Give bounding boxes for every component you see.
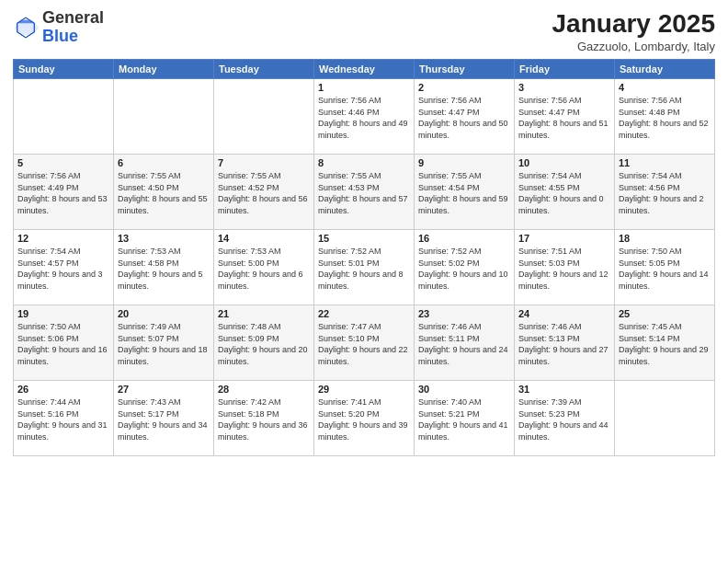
day-cell: 17Sunrise: 7:51 AM Sunset: 5:03 PM Dayli…	[515, 230, 615, 305]
day-number: 27	[118, 384, 210, 395]
day-number: 28	[218, 384, 310, 395]
location: Gazzuolo, Lombardy, Italy	[552, 40, 715, 53]
day-info: Sunrise: 7:50 AM Sunset: 5:05 PM Dayligh…	[619, 246, 711, 292]
day-info: Sunrise: 7:56 AM Sunset: 4:47 PM Dayligh…	[418, 95, 510, 141]
day-cell: 11Sunrise: 7:54 AM Sunset: 4:56 PM Dayli…	[615, 155, 715, 230]
week-row-1: 5Sunrise: 7:56 AM Sunset: 4:49 PM Daylig…	[14, 155, 715, 230]
day-info: Sunrise: 7:54 AM Sunset: 4:56 PM Dayligh…	[619, 170, 711, 216]
day-cell: 25Sunrise: 7:45 AM Sunset: 5:14 PM Dayli…	[615, 305, 715, 381]
day-number: 15	[318, 233, 410, 244]
day-cell: 24Sunrise: 7:46 AM Sunset: 5:13 PM Dayli…	[515, 305, 615, 381]
day-info: Sunrise: 7:55 AM Sunset: 4:54 PM Dayligh…	[418, 170, 510, 216]
day-number: 19	[17, 308, 109, 319]
day-number: 1	[318, 82, 410, 93]
day-info: Sunrise: 7:43 AM Sunset: 5:17 PM Dayligh…	[118, 396, 210, 442]
day-number: 23	[418, 308, 510, 319]
week-row-2: 12Sunrise: 7:54 AM Sunset: 4:57 PM Dayli…	[14, 230, 715, 305]
day-cell	[214, 79, 314, 155]
day-info: Sunrise: 7:44 AM Sunset: 5:16 PM Dayligh…	[17, 396, 109, 442]
day-info: Sunrise: 7:39 AM Sunset: 5:23 PM Dayligh…	[518, 396, 610, 442]
day-number: 14	[218, 233, 310, 244]
day-cell: 9Sunrise: 7:55 AM Sunset: 4:54 PM Daylig…	[415, 155, 515, 230]
logo: General Blue	[13, 9, 104, 46]
week-row-0: 1Sunrise: 7:56 AM Sunset: 4:46 PM Daylig…	[14, 79, 715, 155]
day-info: Sunrise: 7:55 AM Sunset: 4:53 PM Dayligh…	[318, 170, 410, 216]
day-number: 10	[518, 157, 610, 168]
day-info: Sunrise: 7:54 AM Sunset: 4:55 PM Dayligh…	[518, 170, 610, 216]
day-number: 6	[118, 157, 210, 168]
day-info: Sunrise: 7:54 AM Sunset: 4:57 PM Dayligh…	[17, 246, 109, 292]
day-cell: 2Sunrise: 7:56 AM Sunset: 4:47 PM Daylig…	[415, 79, 515, 155]
day-cell: 18Sunrise: 7:50 AM Sunset: 5:05 PM Dayli…	[615, 230, 715, 305]
day-cell: 19Sunrise: 7:50 AM Sunset: 5:06 PM Dayli…	[14, 305, 114, 381]
day-cell: 14Sunrise: 7:53 AM Sunset: 5:00 PM Dayli…	[214, 230, 314, 305]
day-info: Sunrise: 7:53 AM Sunset: 4:58 PM Dayligh…	[118, 246, 210, 292]
day-info: Sunrise: 7:56 AM Sunset: 4:49 PM Dayligh…	[17, 170, 109, 216]
day-cell: 12Sunrise: 7:54 AM Sunset: 4:57 PM Dayli…	[14, 230, 114, 305]
day-number: 31	[518, 384, 610, 395]
day-number: 26	[17, 384, 109, 395]
day-number: 29	[318, 384, 410, 395]
day-cell: 5Sunrise: 7:56 AM Sunset: 4:49 PM Daylig…	[14, 155, 114, 230]
day-info: Sunrise: 7:51 AM Sunset: 5:03 PM Dayligh…	[518, 246, 610, 292]
day-cell: 22Sunrise: 7:47 AM Sunset: 5:10 PM Dayli…	[314, 305, 415, 381]
day-cell: 4Sunrise: 7:56 AM Sunset: 4:48 PM Daylig…	[615, 79, 715, 155]
day-info: Sunrise: 7:47 AM Sunset: 5:10 PM Dayligh…	[318, 321, 410, 367]
day-number: 25	[619, 308, 711, 319]
day-number: 11	[619, 157, 711, 168]
weekday-row: Sunday Monday Tuesday Wednesday Thursday…	[14, 60, 715, 79]
day-info: Sunrise: 7:46 AM Sunset: 5:13 PM Dayligh…	[518, 321, 610, 367]
day-cell	[114, 79, 214, 155]
day-number: 9	[418, 157, 510, 168]
day-number: 30	[418, 384, 510, 395]
day-info: Sunrise: 7:42 AM Sunset: 5:18 PM Dayligh…	[218, 396, 310, 442]
col-tuesday: Tuesday	[214, 60, 314, 79]
day-cell: 16Sunrise: 7:52 AM Sunset: 5:02 PM Dayli…	[415, 230, 515, 305]
month-title: January 2025	[552, 9, 715, 39]
day-cell: 31Sunrise: 7:39 AM Sunset: 5:23 PM Dayli…	[515, 381, 615, 456]
day-info: Sunrise: 7:50 AM Sunset: 5:06 PM Dayligh…	[17, 321, 109, 367]
day-number: 7	[218, 157, 310, 168]
day-number: 21	[218, 308, 310, 319]
calendar-body: 1Sunrise: 7:56 AM Sunset: 4:46 PM Daylig…	[14, 79, 715, 456]
day-info: Sunrise: 7:56 AM Sunset: 4:46 PM Dayligh…	[318, 95, 410, 141]
day-number: 13	[118, 233, 210, 244]
day-number: 12	[17, 233, 109, 244]
day-info: Sunrise: 7:55 AM Sunset: 4:52 PM Dayligh…	[218, 170, 310, 216]
col-friday: Friday	[515, 60, 615, 79]
day-cell: 21Sunrise: 7:48 AM Sunset: 5:09 PM Dayli…	[214, 305, 314, 381]
day-info: Sunrise: 7:52 AM Sunset: 5:01 PM Dayligh…	[318, 246, 410, 292]
logo-general: General	[42, 9, 104, 28]
day-info: Sunrise: 7:40 AM Sunset: 5:21 PM Dayligh…	[418, 396, 510, 442]
week-row-4: 26Sunrise: 7:44 AM Sunset: 5:16 PM Dayli…	[14, 381, 715, 456]
day-number: 16	[418, 233, 510, 244]
day-cell: 3Sunrise: 7:56 AM Sunset: 4:47 PM Daylig…	[515, 79, 615, 155]
col-sunday: Sunday	[14, 60, 114, 79]
week-row-3: 19Sunrise: 7:50 AM Sunset: 5:06 PM Dayli…	[14, 305, 715, 381]
title-block: January 2025 Gazzuolo, Lombardy, Italy	[552, 9, 715, 53]
day-cell: 15Sunrise: 7:52 AM Sunset: 5:01 PM Dayli…	[314, 230, 415, 305]
logo-blue: Blue	[42, 28, 104, 46]
calendar: Sunday Monday Tuesday Wednesday Thursday…	[13, 59, 715, 456]
day-cell: 1Sunrise: 7:56 AM Sunset: 4:46 PM Daylig…	[314, 79, 415, 155]
day-cell: 8Sunrise: 7:55 AM Sunset: 4:53 PM Daylig…	[314, 155, 415, 230]
day-info: Sunrise: 7:41 AM Sunset: 5:20 PM Dayligh…	[318, 396, 410, 442]
col-saturday: Saturday	[615, 60, 715, 79]
day-number: 22	[318, 308, 410, 319]
logo-icon	[13, 15, 39, 40]
day-cell: 6Sunrise: 7:55 AM Sunset: 4:50 PM Daylig…	[114, 155, 214, 230]
page: General Blue January 2025 Gazzuolo, Lomb…	[0, 0, 728, 563]
day-cell: 26Sunrise: 7:44 AM Sunset: 5:16 PM Dayli…	[14, 381, 114, 456]
header: General Blue January 2025 Gazzuolo, Lomb…	[13, 9, 715, 53]
day-info: Sunrise: 7:49 AM Sunset: 5:07 PM Dayligh…	[118, 321, 210, 367]
col-monday: Monday	[114, 60, 214, 79]
day-cell: 20Sunrise: 7:49 AM Sunset: 5:07 PM Dayli…	[114, 305, 214, 381]
col-wednesday: Wednesday	[314, 60, 415, 79]
day-number: 18	[619, 233, 711, 244]
calendar-header: Sunday Monday Tuesday Wednesday Thursday…	[14, 60, 715, 79]
day-info: Sunrise: 7:56 AM Sunset: 4:48 PM Dayligh…	[619, 95, 711, 141]
day-number: 17	[518, 233, 610, 244]
day-cell: 27Sunrise: 7:43 AM Sunset: 5:17 PM Dayli…	[114, 381, 214, 456]
day-cell	[14, 79, 114, 155]
day-number: 4	[619, 82, 711, 93]
